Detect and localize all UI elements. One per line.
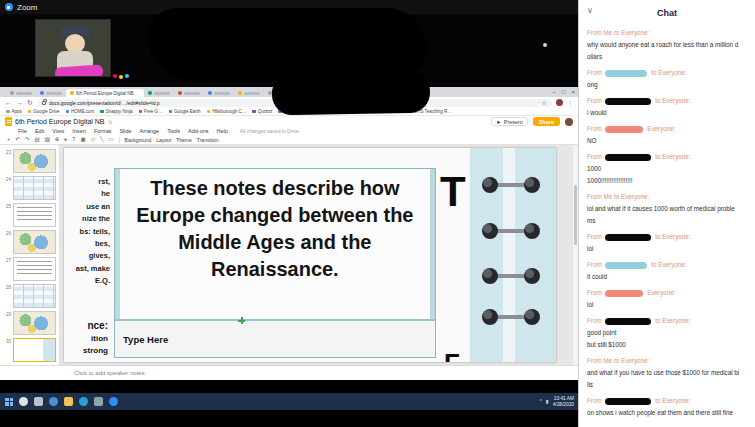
table-handle-icon[interactable] bbox=[238, 317, 245, 324]
undo-icon[interactable]: ↶ bbox=[15, 137, 20, 143]
account-avatar[interactable] bbox=[565, 118, 573, 126]
bookmark-star-icon[interactable]: ☆ bbox=[542, 100, 547, 106]
slide-text-fragment: strong bbox=[64, 345, 108, 358]
file-explorer-icon[interactable] bbox=[64, 397, 73, 406]
shape-icon[interactable]: ◇ bbox=[91, 137, 95, 143]
chat-title: Chat bbox=[657, 8, 677, 18]
slide-thumbnail[interactable]: 24 bbox=[2, 176, 57, 200]
document-title[interactable]: 6th Period Europe Digital NB bbox=[15, 118, 105, 125]
redacted-name-bar bbox=[605, 154, 651, 161]
menu-item-view[interactable]: View bbox=[52, 128, 64, 134]
zoom-tool-icon[interactable]: ⊕ bbox=[55, 137, 60, 143]
bookmark-item[interactable]: Free G… bbox=[139, 109, 163, 114]
search-icon[interactable] bbox=[19, 397, 28, 406]
maximize-icon[interactable]: □ bbox=[562, 87, 566, 97]
toolbar-button-layout[interactable]: Layout bbox=[156, 137, 171, 143]
system-tray[interactable]: ^ ▮ 10:41 AM 4/28/2020 bbox=[540, 396, 578, 408]
paint-format-icon[interactable]: ▧ bbox=[45, 137, 50, 143]
menu-item-help[interactable]: Help bbox=[217, 128, 228, 134]
browser-tab[interactable]: 6th Period Europe Digital NB bbox=[66, 89, 144, 97]
binder-ring-icon bbox=[480, 223, 546, 239]
chat-message: From to Everyone:i would bbox=[587, 95, 747, 119]
browser-tab[interactable] bbox=[144, 89, 174, 97]
task-view-icon[interactable] bbox=[34, 397, 43, 406]
bookmark-item[interactable]: Apps bbox=[6, 109, 22, 114]
bookmark-label: Google Earth bbox=[174, 109, 201, 114]
refresh-icon[interactable]: ↻ bbox=[27, 99, 33, 106]
browser-tab[interactable] bbox=[174, 89, 204, 97]
chat-message: From to Everyone:on shows i watch people… bbox=[587, 395, 747, 419]
chat-message-list[interactable]: From Me to Everyone:why would anyone eat… bbox=[579, 25, 755, 427]
bookmark-label: HOME.com bbox=[71, 109, 94, 114]
menu-item-file[interactable]: File bbox=[18, 128, 27, 134]
type-here-cell[interactable]: Type Here bbox=[115, 319, 435, 357]
share-button[interactable]: Share bbox=[533, 117, 560, 126]
slide-thumbnail[interactable]: 29 bbox=[2, 311, 57, 335]
toolbar-button-theme[interactable]: Theme bbox=[176, 137, 192, 143]
menu-item-insert[interactable]: Insert bbox=[72, 128, 86, 134]
redo-icon[interactable]: ↷ bbox=[25, 137, 30, 143]
slide-thumbnail[interactable]: 23 bbox=[2, 149, 57, 173]
browser-tab[interactable] bbox=[36, 89, 66, 97]
select-icon[interactable]: ▸ bbox=[64, 137, 67, 143]
plus-icon[interactable]: + bbox=[7, 137, 10, 143]
bookmark-item[interactable]: HOME.com bbox=[66, 109, 95, 114]
comment-icon[interactable]: ▭ bbox=[108, 137, 113, 143]
back-icon[interactable]: ← bbox=[5, 99, 12, 106]
tile-options-dot[interactable] bbox=[543, 43, 547, 47]
chat-message-text: lol bbox=[587, 299, 747, 311]
menu-item-slide[interactable]: Slide bbox=[119, 128, 131, 134]
mail-icon[interactable] bbox=[94, 397, 103, 406]
print-icon[interactable]: ▤ bbox=[34, 137, 39, 143]
bookmark-item[interactable]: Snappy Ninja bbox=[100, 109, 132, 114]
participant-video-tile[interactable] bbox=[35, 19, 111, 77]
menu-item-arrange[interactable]: Arrange bbox=[140, 128, 160, 134]
speaker-notes-bar[interactable]: Click to add speaker notes bbox=[0, 365, 578, 379]
star-document-icon[interactable]: ☆ bbox=[108, 118, 113, 125]
forward-icon[interactable]: → bbox=[16, 99, 23, 106]
chat-sender-line: From Everyone: bbox=[587, 287, 747, 299]
chat-sender-line: From to Everyone: bbox=[587, 315, 747, 327]
notes-textbox[interactable]: These notes describe howEurope changed b… bbox=[114, 168, 436, 358]
slide-thumbnail[interactable]: 25 bbox=[2, 203, 57, 227]
chat-message-text: lol bbox=[587, 243, 747, 255]
edge-icon[interactable] bbox=[79, 397, 88, 406]
slide-thumbnail-panel[interactable]: 2324252627282930 bbox=[0, 145, 60, 365]
current-slide[interactable]: rst,heuse annize thebs: tells,bes,gives,… bbox=[64, 148, 556, 362]
slide-thumbnail[interactable]: 26 bbox=[2, 230, 57, 254]
browser-profile-avatar[interactable] bbox=[556, 99, 563, 106]
bookmark-item[interactable]: Google Earth bbox=[169, 109, 201, 114]
bookmark-item[interactable]: Quizizz bbox=[252, 109, 272, 114]
tray-up-icon[interactable]: ^ bbox=[540, 399, 542, 404]
slide-thumbnail[interactable]: 30 bbox=[2, 338, 57, 362]
menu-item-add-ons[interactable]: Add-ons bbox=[188, 128, 209, 134]
chrome-icon[interactable] bbox=[49, 397, 58, 406]
taskbar-clock[interactable]: 10:41 AM 4/28/2020 bbox=[553, 396, 574, 408]
notes-title-cell[interactable]: These notes describe howEurope changed b… bbox=[115, 169, 435, 319]
save-status: All changes saved in Drive bbox=[240, 128, 299, 134]
zoom-app-icon[interactable] bbox=[109, 397, 118, 406]
slide-thumbnail[interactable]: 28 bbox=[2, 284, 57, 308]
line-icon[interactable]: ╲ bbox=[100, 137, 103, 143]
toolbar-button-background[interactable]: Background bbox=[125, 137, 152, 143]
present-button[interactable]: ► Present bbox=[491, 117, 527, 126]
bookmark-item[interactable]: Google Drive bbox=[28, 109, 60, 114]
browser-tab[interactable] bbox=[6, 89, 36, 97]
close-icon[interactable]: × bbox=[571, 87, 575, 97]
start-button-icon[interactable] bbox=[5, 398, 13, 406]
bookmark-item[interactable]: Hillsborough C… bbox=[207, 109, 247, 114]
browser-menu-icon[interactable]: ⋮ bbox=[567, 100, 573, 106]
browser-tab[interactable] bbox=[204, 89, 234, 97]
textbox-icon[interactable]: T bbox=[72, 137, 75, 143]
image-icon[interactable]: ▣ bbox=[81, 137, 86, 143]
slide-thumbnail[interactable]: 27 bbox=[2, 257, 57, 281]
chevron-down-icon[interactable]: ∨ bbox=[587, 7, 593, 15]
menu-item-edit[interactable]: Edit bbox=[35, 128, 44, 134]
toolbar-button-transition[interactable]: Transition bbox=[197, 137, 219, 143]
menu-item-tools[interactable]: Tools bbox=[167, 128, 180, 134]
slides-body: 2324252627282930 rst,heuse annize thebs:… bbox=[0, 145, 578, 365]
browser-tab[interactable] bbox=[234, 89, 264, 97]
emoji-dot bbox=[119, 75, 123, 79]
minimize-icon[interactable]: – bbox=[553, 87, 556, 97]
menu-item-format[interactable]: Format bbox=[94, 128, 111, 134]
